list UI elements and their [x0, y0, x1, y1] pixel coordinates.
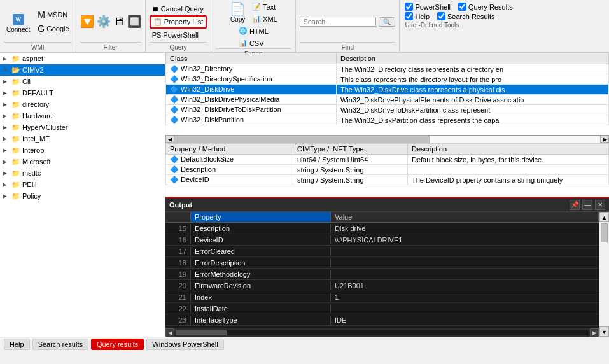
xml-button[interactable]: 📊 XML: [249, 13, 280, 24]
html-button[interactable]: 🌐 HTML: [236, 25, 271, 36]
output-row[interactable]: 20 FirmwareRevision U21B001: [165, 280, 599, 291]
csv-button[interactable]: 📊 CSV: [236, 38, 271, 48]
property-row-icon: 🔷: [170, 165, 179, 173]
filter-icon3: 🖥: [113, 15, 125, 29]
output-row[interactable]: 15 Description Disk drive: [165, 223, 599, 234]
user-defined-tools-label: User-Defined Tools: [405, 22, 459, 29]
output-row[interactable]: 23 InterfaceType IDE: [165, 314, 599, 326]
class-cell: 🔷 Win32_DiskPartition: [166, 115, 337, 125]
find-input[interactable]: [300, 17, 376, 27]
class-table-row[interactable]: 🔷 Win32_DiskDriveToDiskPartition Win32_D…: [166, 105, 609, 115]
output-cell-value: [331, 251, 599, 252]
output-row[interactable]: 21 Index 1: [165, 291, 599, 303]
tree-item-directory[interactable]: ▶ 📁 directory: [0, 99, 165, 110]
class-table-row[interactable]: 🔷 Win32_Directory The Win32_Directory cl…: [166, 64, 609, 74]
output-row[interactable]: 17 ErrorCleared: [165, 246, 599, 257]
tree-item-msdtc[interactable]: ▶ 📁 msdtc: [0, 167, 165, 179]
item-label-cimv2: CIMV2: [22, 66, 44, 74]
output-row[interactable]: 16 DeviceID \\.\PHYSICALDRIVE1: [165, 234, 599, 246]
text-icon: 📝: [252, 3, 261, 11]
html-label: HTML: [249, 27, 269, 35]
output-cell-property: DeviceID: [191, 235, 331, 244]
output-close-button[interactable]: ✕: [595, 200, 605, 210]
property-table-row[interactable]: 🔷 DefaultBlockSize uint64 / System.UInt6…: [166, 155, 609, 165]
tab-windows-powershell[interactable]: Windows PowerShell: [146, 339, 223, 350]
output-row[interactable]: 22 InstallDate: [165, 303, 599, 314]
tree-item-cli[interactable]: ▶ 📁 Cli: [0, 76, 165, 87]
prop-desc-cell: The DeviceID property contains a string …: [408, 175, 609, 185]
tree-item-interop[interactable]: ▶ 📁 Interop: [0, 144, 165, 156]
help-checkbox-item: Help: [405, 12, 430, 20]
namespace-tree: ▶ 📁 aspnet ▼ 📂 CIMV2 ▶ 📁 Cli ▶ 📁 DEFAULT…: [0, 53, 165, 337]
output-header: Output 📌 — ✕: [165, 198, 609, 212]
tree-item-microsoft[interactable]: ▶ 📁 Microsoft: [0, 156, 165, 167]
class-cell: 🔷 Win32_DiskDrive: [166, 85, 337, 95]
folder-icon-msdtc: 📁: [11, 169, 20, 178]
property-table-row[interactable]: 🔷 Description string / System.String: [166, 165, 609, 175]
property-table: Property / Method CIMType / .NET Type De…: [165, 143, 609, 197]
output-hscroll-right[interactable]: ▶: [590, 328, 599, 337]
class-table-row[interactable]: 🔷 Win32_DiskPartition The Win32_DiskPart…: [166, 115, 609, 125]
connect-button[interactable]: W Connect: [4, 9, 32, 34]
class-table-row[interactable]: 🔷 Win32_DirectorySpecification This clas…: [166, 74, 609, 85]
tree-item-policy[interactable]: ▶ 📁 Policy: [0, 190, 165, 202]
google-button[interactable]: G Google: [35, 22, 71, 35]
msdn-icon: M: [38, 10, 45, 20]
output-minimize-button[interactable]: —: [582, 200, 592, 210]
query-results-checkbox[interactable]: [458, 3, 466, 11]
text-button[interactable]: 📝 Text: [249, 1, 280, 12]
output-vscroll-down[interactable]: ▼: [599, 326, 609, 337]
copy-button[interactable]: 📄 Copy: [227, 1, 248, 24]
property-list-button[interactable]: 📋 Property List: [150, 15, 207, 29]
output-row[interactable]: 19 ErrorMethodology: [165, 269, 599, 280]
tree-item-hardware[interactable]: ▶ 📁 Hardware: [0, 110, 165, 122]
class-hscroll-left[interactable]: ◀: [165, 136, 174, 143]
class-hscroll-thumb: [174, 136, 430, 143]
output-cell-property: InterfaceType: [191, 316, 331, 325]
powershell-query-button[interactable]: PS PowerShell: [150, 30, 201, 40]
output-cell-value: [331, 274, 599, 275]
copy-label: Copy: [230, 16, 245, 23]
tab-query-results[interactable]: Query results: [91, 339, 144, 350]
tab-help[interactable]: Help: [4, 339, 30, 350]
class-cell: 🔷 Win32_DirectorySpecification: [166, 74, 337, 85]
query-results-checkbox-label: Query Results: [468, 3, 513, 11]
powershell-checkbox[interactable]: [405, 3, 413, 11]
property-list-icon: 📋: [153, 18, 162, 26]
msdn-button[interactable]: M MSDN: [35, 8, 71, 21]
search-results-checkbox[interactable]: [437, 12, 445, 20]
query-group-label: Query: [150, 42, 207, 51]
output-row[interactable]: 18 ErrorDescription: [165, 257, 599, 269]
class-table-row[interactable]: 🔷 Win32_DiskDrive The Win32_DiskDrive cl…: [166, 85, 609, 95]
tree-item-default[interactable]: ▶ 📁 DEFAULT: [0, 87, 165, 99]
help-checkbox[interactable]: [405, 12, 413, 20]
cancel-query-button[interactable]: ⏹ Cancel Query: [150, 4, 206, 14]
html-icon: 🌐: [239, 27, 248, 35]
output-cell-num: 19: [165, 270, 191, 279]
tree-item-peh[interactable]: ▶ 📁 PEH: [0, 179, 165, 190]
tree-item-intel-me[interactable]: ▶ 📁 Intel_ME: [0, 133, 165, 144]
expand-icon-msdtc: ▶: [3, 170, 11, 176]
expand-icon-hypervcluster: ▶: [3, 124, 11, 130]
class-hscroll-right[interactable]: ▶: [600, 136, 609, 143]
tab-search-results[interactable]: Search results: [32, 339, 88, 350]
property-table-row[interactable]: 🔷 DeviceID string / System.String The De…: [166, 175, 609, 185]
description-cell: The Win32_Directory class represents a d…: [336, 64, 608, 74]
output-hscroll-left[interactable]: ◀: [165, 328, 174, 337]
class-cell: 🔷 Win32_DiskDrivePhysicalMedia: [166, 95, 337, 105]
query-results-checkbox-item: Query Results: [458, 3, 513, 11]
class-table-row[interactable]: 🔷 Win32_DiskDrivePhysicalMedia Win32_Dis…: [166, 95, 609, 105]
output-vscroll-up[interactable]: ▲: [599, 212, 609, 222]
property-list-label: Property List: [164, 18, 204, 25]
tree-item-hypervcluster[interactable]: ▶ 📁 HyperVCluster: [0, 122, 165, 133]
view-row1: PowerShell Query Results: [405, 3, 604, 11]
property-cell: 🔷 DefaultBlockSize: [166, 155, 293, 165]
find-button[interactable]: 🔍: [379, 17, 395, 27]
tree-item-aspnet[interactable]: ▶ 📁 aspnet: [0, 53, 165, 64]
tree-item-cimv2[interactable]: ▼ 📂 CIMV2: [0, 64, 165, 76]
class-cell: 🔷 Win32_DiskDriveToDiskPartition: [166, 105, 337, 115]
copy-icon: 📄: [230, 3, 246, 15]
output-cell-value: [331, 308, 599, 309]
output-pin-button[interactable]: 📌: [570, 200, 580, 210]
item-label-default: DEFAULT: [22, 89, 53, 97]
